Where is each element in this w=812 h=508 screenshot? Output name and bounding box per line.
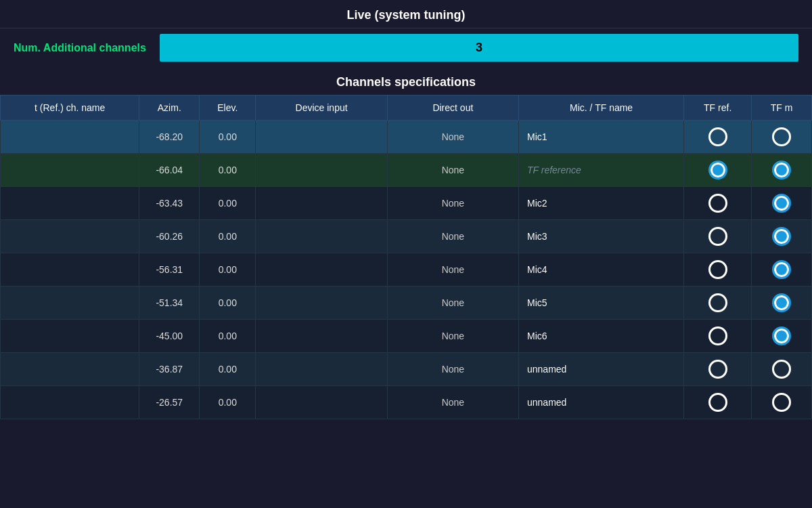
cell-tf-ref[interactable] <box>684 220 752 253</box>
cell-azim: -63.43 <box>139 187 200 220</box>
radio-tf-ref[interactable] <box>708 260 727 279</box>
radio-tf-ref[interactable] <box>708 161 727 179</box>
radio-tf-ref[interactable] <box>708 360 727 379</box>
cell-elev: 0.00 <box>200 353 256 386</box>
radio-tf-m[interactable] <box>772 326 791 345</box>
cell-azim: -36.87 <box>139 353 200 386</box>
table-row[interactable]: -51.340.00NoneMic5 <box>1 287 812 320</box>
radio-tf-m[interactable] <box>772 393 791 412</box>
cell-mic-tf-name: TF reference <box>519 154 684 187</box>
cell-device-input <box>256 320 387 353</box>
col-header-direct-out: Direct out <box>387 96 518 121</box>
table-header-row: t (Ref.) ch. name Azim. Elev. Device inp… <box>1 96 812 121</box>
table-body: -68.200.00NoneMic1-66.040.00NoneTF refer… <box>1 121 812 419</box>
cell-mic-tf-name: Mic5 <box>519 287 684 320</box>
cell-tf-m[interactable] <box>752 220 812 253</box>
cell-tf-ref[interactable] <box>684 187 752 220</box>
cell-device-input <box>256 154 387 187</box>
cell-direct-out: None <box>387 220 518 253</box>
radio-tf-ref[interactable] <box>708 393 727 412</box>
cell-mic-tf-name: unnamed <box>519 353 684 386</box>
cell-tf-m[interactable] <box>752 320 812 353</box>
cell-device-input <box>256 187 387 220</box>
cell-device-input <box>256 353 387 386</box>
cell-azim: -45.00 <box>139 320 200 353</box>
table-row[interactable]: -56.310.00NoneMic4 <box>1 253 812 287</box>
cell-direct-out: None <box>387 187 518 220</box>
cell-azim: -51.34 <box>139 287 200 320</box>
radio-tf-ref[interactable] <box>708 227 727 246</box>
cell-ch-name <box>1 154 139 187</box>
col-header-tf-ref: TF ref. <box>684 96 752 121</box>
cell-tf-ref[interactable] <box>684 287 752 320</box>
cell-mic-tf-name: unnamed <box>519 386 684 419</box>
cell-elev: 0.00 <box>200 154 256 187</box>
radio-tf-m[interactable] <box>772 293 791 312</box>
radio-tf-ref[interactable] <box>708 293 727 312</box>
col-header-azim: Azim. <box>139 96 200 121</box>
cell-tf-ref[interactable] <box>684 253 752 287</box>
cell-direct-out: None <box>387 253 518 287</box>
cell-direct-out: None <box>387 121 518 154</box>
cell-tf-ref[interactable] <box>684 154 752 187</box>
col-header-ch-name: t (Ref.) ch. name <box>1 96 139 121</box>
col-header-mic-tf: Mic. / TF name <box>519 96 684 121</box>
cell-tf-ref[interactable] <box>684 121 752 154</box>
cell-tf-m[interactable] <box>752 121 812 154</box>
cell-direct-out: None <box>387 320 518 353</box>
cell-azim: -66.04 <box>139 154 200 187</box>
radio-tf-m[interactable] <box>772 260 791 279</box>
table-wrapper: t (Ref.) ch. name Azim. Elev. Device inp… <box>0 95 812 508</box>
radio-tf-m[interactable] <box>772 360 791 379</box>
cell-elev: 0.00 <box>200 187 256 220</box>
cell-ch-name <box>1 253 139 287</box>
cell-tf-m[interactable] <box>752 287 812 320</box>
radio-tf-m[interactable] <box>772 127 791 146</box>
cell-ch-name <box>1 187 139 220</box>
table-row[interactable]: -45.000.00NoneMic6 <box>1 320 812 353</box>
cell-device-input <box>256 287 387 320</box>
cell-azim: -68.20 <box>139 121 200 154</box>
app-title: Live (system tuning) <box>346 8 465 22</box>
cell-tf-m[interactable] <box>752 187 812 220</box>
radio-tf-ref[interactable] <box>708 127 727 146</box>
cell-elev: 0.00 <box>200 386 256 419</box>
cell-mic-tf-name: Mic6 <box>519 320 684 353</box>
cell-direct-out: None <box>387 386 518 419</box>
table-row[interactable]: -26.570.00Noneunnamed <box>1 386 812 419</box>
col-header-elev: Elev. <box>200 96 256 121</box>
cell-azim: -26.57 <box>139 386 200 419</box>
cell-tf-ref[interactable] <box>684 353 752 386</box>
cell-tf-ref[interactable] <box>684 320 752 353</box>
app-container: Live (system tuning) Num. Additional cha… <box>0 0 812 508</box>
title-bar: Live (system tuning) <box>0 0 812 28</box>
cell-ch-name <box>1 220 139 253</box>
table-row[interactable]: -66.040.00NoneTF reference <box>1 154 812 187</box>
cell-elev: 0.00 <box>200 121 256 154</box>
cell-mic-tf-name: Mic2 <box>519 187 684 220</box>
radio-tf-m[interactable] <box>772 227 791 246</box>
cell-tf-m[interactable] <box>752 154 812 187</box>
radio-tf-ref[interactable] <box>708 326 727 345</box>
cell-direct-out: None <box>387 353 518 386</box>
cell-elev: 0.00 <box>200 220 256 253</box>
cell-tf-m[interactable] <box>752 253 812 287</box>
radio-tf-ref[interactable] <box>708 194 727 213</box>
cell-mic-tf-name: Mic4 <box>519 253 684 287</box>
table-row[interactable]: -36.870.00Noneunnamed <box>1 353 812 386</box>
cell-tf-ref[interactable] <box>684 386 752 419</box>
col-header-device-input: Device input <box>256 96 387 121</box>
cell-device-input <box>256 220 387 253</box>
cell-ch-name <box>1 287 139 320</box>
col-header-tf-m: TF m <box>752 96 812 121</box>
table-row[interactable]: -60.260.00NoneMic3 <box>1 220 812 253</box>
table-row[interactable]: -63.430.00NoneMic2 <box>1 187 812 220</box>
cell-tf-m[interactable] <box>752 386 812 419</box>
cell-tf-m[interactable] <box>752 353 812 386</box>
radio-tf-m[interactable] <box>772 161 791 179</box>
num-additional-label: Num. Additional channels <box>14 42 146 54</box>
table-row[interactable]: -68.200.00NoneMic1 <box>1 121 812 154</box>
channels-table: t (Ref.) ch. name Azim. Elev. Device inp… <box>0 95 812 419</box>
cell-device-input <box>256 253 387 287</box>
radio-tf-m[interactable] <box>772 194 791 213</box>
